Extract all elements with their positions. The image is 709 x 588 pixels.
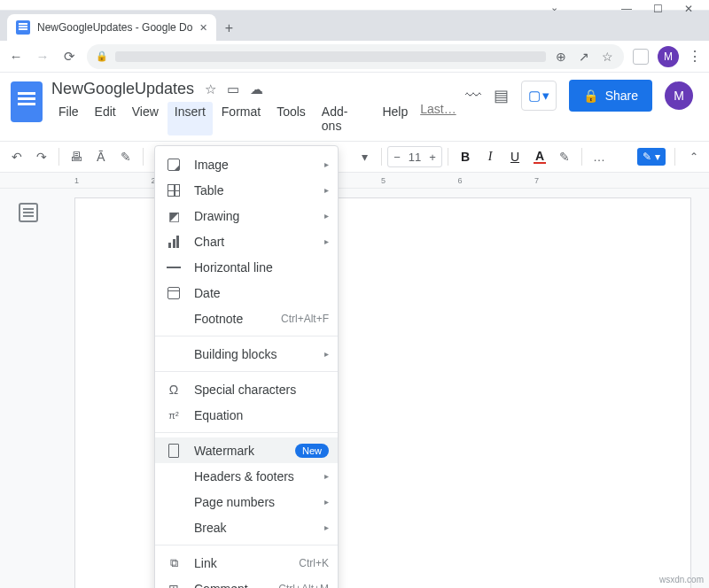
spellcheck-button[interactable]: Ᾱ (90, 145, 113, 168)
font-size-control[interactable]: − 11 + (387, 146, 442, 167)
account-avatar[interactable]: M (665, 81, 693, 110)
browser-tabstrip: NewGoogleUpdates - Google Do ✕ + (0, 11, 709, 41)
separator (143, 148, 144, 166)
comments-icon[interactable]: ▤ (494, 86, 509, 105)
menu-help[interactable]: Help (375, 102, 415, 135)
submenu-arrow-icon: ▸ (324, 211, 329, 220)
activity-icon[interactable]: 〰 (465, 87, 481, 105)
menu-view[interactable]: View (125, 102, 166, 135)
draw-icon: ◩ (166, 208, 182, 224)
insert-table[interactable]: Table▸ (155, 177, 338, 203)
font-size-value[interactable]: 11 (406, 151, 424, 164)
share-button[interactable]: 🔒 Share (569, 80, 652, 112)
highlight-button[interactable]: ✎ (553, 145, 576, 168)
undo-button[interactable]: ↶ (5, 145, 28, 168)
pencil-icon: ✎ (643, 151, 651, 163)
menu-item-label: Watermark (194, 444, 283, 458)
insert-horizontal-line[interactable]: Horizontal line (155, 254, 338, 280)
window-close-button[interactable]: ✕ (684, 3, 693, 15)
document-area (0, 189, 709, 588)
insert-footnote[interactable]: FootnoteCtrl+Alt+F (155, 306, 338, 331)
insert-break[interactable]: Break▸ (155, 514, 338, 540)
more-tools-button[interactable]: … (588, 145, 611, 168)
lock-icon: 🔒 (96, 50, 108, 62)
blank-icon (166, 494, 182, 510)
print-button[interactable]: 🖶 (65, 145, 88, 168)
chevron-down-icon: ▾ (542, 88, 549, 104)
insert-comment[interactable]: ⊞CommentCtrl+Alt+M (155, 576, 338, 588)
extension-icon[interactable] (633, 49, 649, 65)
tab-close-icon[interactable]: ✕ (199, 22, 207, 34)
menu-item-label: Comment (194, 582, 266, 589)
insert-equation[interactable]: π²Equation (155, 402, 338, 428)
redo-button[interactable]: ↷ (30, 145, 53, 168)
docs-logo-icon[interactable] (11, 81, 43, 122)
menu-shortcut: Ctrl+K (299, 557, 329, 569)
menu-format[interactable]: Format (214, 102, 268, 135)
submenu-arrow-icon: ▸ (324, 471, 329, 481)
last-edit-link[interactable]: Last… (420, 102, 456, 135)
blank-icon (166, 346, 182, 362)
address-bar[interactable]: 🔒 ⊕ ↗ ☆ (87, 44, 624, 69)
menu-item-label: Link (194, 556, 286, 570)
text-color-button[interactable]: A (528, 145, 551, 168)
insert-page-numbers[interactable]: Page numbers▸ (155, 489, 338, 514)
outline-toggle-icon[interactable] (19, 203, 38, 222)
menu-insert[interactable]: Insert (168, 102, 213, 135)
browser-menu-icon[interactable]: ⋮ (688, 48, 702, 65)
separator (581, 148, 582, 166)
menu-tools[interactable]: Tools (269, 102, 313, 135)
bookmark-star-icon[interactable]: ☆ (599, 50, 615, 64)
browser-profile-avatar[interactable]: M (658, 46, 679, 67)
star-document-icon[interactable]: ☆ (205, 81, 216, 97)
separator (448, 148, 448, 166)
editing-mode-button[interactable]: ✎ ▾ (637, 148, 666, 166)
underline-button[interactable]: U (503, 145, 526, 168)
bold-button[interactable]: B (454, 145, 477, 168)
menu-separator (155, 432, 338, 433)
tabstrip-chevron-icon[interactable]: ⌄ (550, 2, 558, 13)
insert-link[interactable]: ⧉LinkCtrl+K (155, 550, 338, 576)
menu-item-label: Page numbers (194, 495, 312, 509)
present-button[interactable]: ▢ ▾ (521, 81, 557, 111)
menu-item-label: Special characters (194, 383, 329, 397)
insert-special-characters[interactable]: ΩSpecial characters (155, 376, 338, 402)
share-url-icon[interactable]: ↗ (576, 50, 592, 64)
ruler[interactable]: 1 2 3 4 5 6 7 (0, 173, 709, 189)
window-minimize-button[interactable]: — (621, 3, 632, 15)
document-title[interactable]: NewGoogleUpdates (51, 80, 194, 98)
comment-icon: ⊞ (166, 581, 182, 589)
insert-chart[interactable]: Chart▸ (155, 228, 338, 254)
menu-item-label: Drawing (194, 209, 312, 223)
separator (381, 148, 382, 166)
menu-addons[interactable]: Add-ons (315, 102, 374, 135)
new-tab-button[interactable]: + (216, 16, 241, 41)
menu-item-label: Horizontal line (194, 260, 329, 275)
font-size-increase[interactable]: + (424, 151, 441, 164)
insert-date[interactable]: Date (155, 280, 338, 306)
collapse-toolbar-button[interactable]: ⌃ (684, 151, 704, 163)
table-icon (166, 182, 182, 198)
insert-headers-footers[interactable]: Headers & footers▸ (155, 463, 338, 489)
docs-favicon-icon (16, 20, 30, 35)
menu-edit[interactable]: Edit (88, 102, 123, 135)
insert-drawing[interactable]: ◩Drawing▸ (155, 203, 338, 228)
zoom-icon[interactable]: ⊕ (553, 50, 569, 64)
menu-item-label: Footnote (194, 312, 269, 326)
menu-item-label: Building blocks (194, 347, 312, 361)
browser-tab[interactable]: NewGoogleUpdates - Google Do ✕ (7, 14, 216, 41)
hr-icon (166, 259, 182, 275)
font-size-decrease[interactable]: − (388, 151, 406, 164)
cloud-status-icon[interactable]: ☁ (250, 81, 263, 97)
back-button[interactable]: ← (7, 49, 25, 64)
menu-file[interactable]: File (51, 102, 86, 135)
insert-image[interactable]: Image▸ (155, 151, 338, 177)
insert-building-blocks[interactable]: Building blocks▸ (155, 341, 338, 367)
italic-button[interactable]: I (479, 145, 502, 168)
window-maximize-button[interactable]: ☐ (653, 3, 663, 15)
reload-button[interactable]: ⟳ (60, 49, 78, 65)
paint-format-button[interactable]: ✎ (114, 145, 137, 168)
insert-watermark[interactable]: WatermarkNew (155, 437, 338, 463)
font-chevron-icon[interactable]: ▾ (353, 145, 376, 168)
move-document-icon[interactable]: ▭ (227, 81, 239, 97)
